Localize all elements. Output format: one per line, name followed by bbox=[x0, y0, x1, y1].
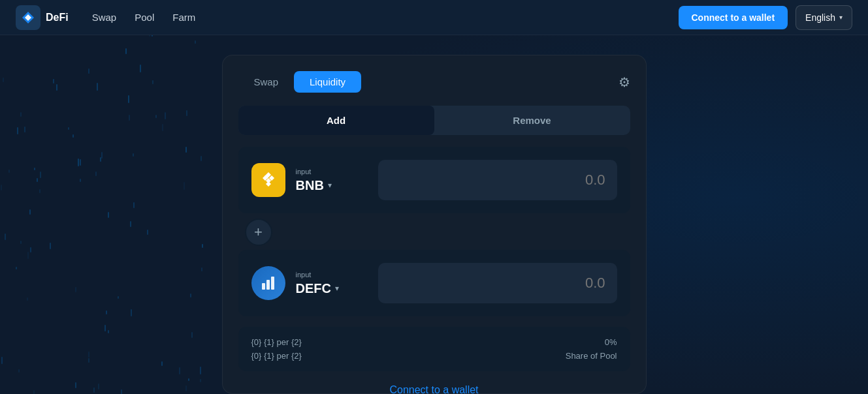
token-b-input-label: input bbox=[296, 271, 368, 279]
tab-swap[interactable]: Swap bbox=[238, 71, 295, 93]
connect-wallet-link[interactable]: Connect to a wallet bbox=[389, 384, 478, 394]
token-a-input-label: input bbox=[296, 168, 368, 175]
connect-link-row: Connect to a wallet bbox=[238, 384, 630, 394]
info-share: 0% Share of Pool bbox=[566, 337, 617, 361]
add-button[interactable]: Add bbox=[238, 106, 434, 135]
token-b-name: DEFC bbox=[296, 281, 331, 296]
token-a-name: BNB bbox=[296, 178, 324, 193]
liquidity-card: Swap Liquidity ⚙ Add Remove input bbox=[222, 55, 647, 394]
token-a-block: input BNB ▾ bbox=[238, 147, 630, 213]
token-b-selector: input DEFC ▾ bbox=[296, 271, 368, 296]
rate-b-text: {0} {1} per {2} bbox=[251, 351, 302, 361]
tabs-row: Swap Liquidity ⚙ bbox=[238, 71, 630, 93]
plus-button[interactable]: + bbox=[245, 219, 272, 246]
chevron-down-icon: ▾ bbox=[839, 14, 843, 21]
add-remove-row: Add Remove bbox=[238, 106, 630, 135]
share-label: Share of Pool bbox=[566, 351, 617, 361]
plus-button-wrap: + bbox=[238, 219, 630, 246]
connect-wallet-button[interactable]: Connect to a wallet bbox=[679, 6, 788, 29]
token-a-amount-input[interactable] bbox=[378, 160, 617, 200]
tab-liquidity[interactable]: Liquidity bbox=[294, 71, 361, 93]
svg-rect-1 bbox=[262, 283, 265, 290]
language-label: English bbox=[805, 12, 835, 23]
nav-pool[interactable]: Pool bbox=[135, 12, 154, 23]
share-percent: 0% bbox=[605, 337, 617, 347]
nav-links: Swap Pool Farm bbox=[92, 12, 196, 23]
token-a-chevron-icon: ▾ bbox=[328, 181, 332, 190]
remove-button[interactable]: Remove bbox=[434, 106, 630, 135]
svg-rect-3 bbox=[271, 277, 274, 290]
nav-swap[interactable]: Swap bbox=[92, 12, 117, 23]
logo-area: DeFi bbox=[16, 5, 69, 30]
token-b-name-row[interactable]: DEFC ▾ bbox=[296, 281, 368, 296]
defc-icon bbox=[251, 266, 285, 300]
logo-icon bbox=[16, 5, 40, 30]
nav-farm[interactable]: Farm bbox=[172, 12, 195, 23]
token-a-selector: input BNB ▾ bbox=[296, 168, 368, 193]
info-row: {0} {1} per {2} {0} {1} per {2} 0% Share… bbox=[238, 327, 630, 371]
logo-text: DeFi bbox=[46, 12, 69, 23]
settings-icon[interactable]: ⚙ bbox=[619, 74, 630, 90]
info-rates: {0} {1} per {2} {0} {1} per {2} bbox=[251, 337, 302, 361]
svg-rect-2 bbox=[266, 280, 270, 290]
header: DeFi Swap Pool Farm Connect to a wallet … bbox=[0, 0, 868, 35]
plus-icon: + bbox=[254, 224, 263, 241]
bnb-icon bbox=[251, 163, 285, 197]
main-content: Swap Liquidity ⚙ Add Remove input bbox=[0, 35, 868, 394]
header-right: Connect to a wallet English ▾ bbox=[679, 5, 853, 30]
token-a-name-row[interactable]: BNB ▾ bbox=[296, 178, 368, 193]
token-b-chevron-icon: ▾ bbox=[335, 284, 339, 293]
token-b-amount-input[interactable] bbox=[378, 263, 617, 303]
language-selector[interactable]: English ▾ bbox=[796, 5, 852, 30]
rate-a-text: {0} {1} per {2} bbox=[251, 337, 302, 347]
token-b-block: input DEFC ▾ bbox=[238, 250, 630, 316]
